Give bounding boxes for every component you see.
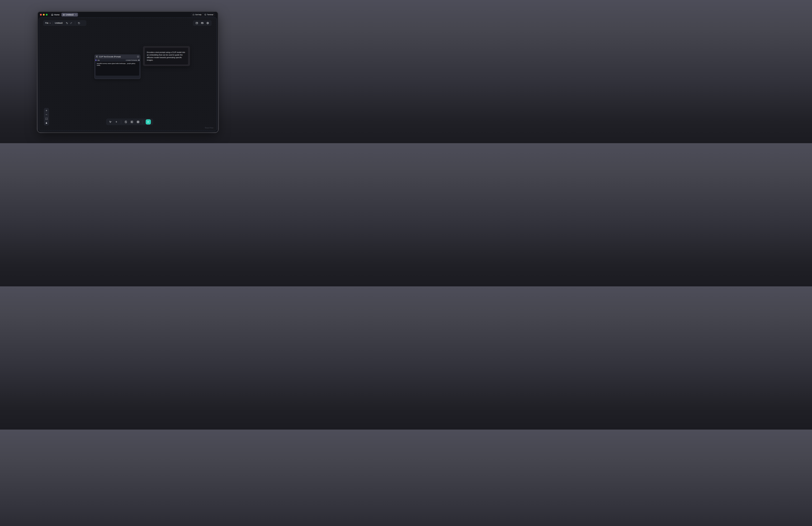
- node-slot-row: clip CONDITIONING: [95, 59, 140, 61]
- zoom-in-button[interactable]: [45, 109, 48, 112]
- terminal-label: Terminal: [207, 14, 213, 16]
- tab-bar: Home Untitled2 Get help Termina: [38, 12, 218, 17]
- credits-alert-icon: [201, 22, 204, 24]
- zoom-out-button[interactable]: [45, 113, 48, 116]
- redo-button[interactable]: [69, 21, 73, 25]
- tabbar-right-group: Get help Terminal: [191, 13, 215, 17]
- scan-text-icon: [96, 56, 98, 58]
- panel-toolbar: [193, 20, 212, 26]
- get-help-button[interactable]: Get help: [191, 13, 203, 16]
- node-header[interactable]: CLIP Text Encode (Prompt): [95, 54, 141, 59]
- workflows-panel-icon: [195, 22, 198, 24]
- output-port-icon[interactable]: [139, 60, 140, 61]
- node-library-button[interactable]: [130, 120, 134, 124]
- refresh-button[interactable]: [77, 21, 81, 25]
- undo-icon: [66, 22, 68, 24]
- get-help-label: Get help: [195, 14, 201, 16]
- node-body: clip CONDITIONING beautiful scenery natu…: [95, 59, 140, 78]
- minimize-window-button[interactable]: [43, 14, 45, 16]
- input-slot-clip[interactable]: clip: [95, 59, 100, 61]
- close-tab-icon[interactable]: [75, 14, 77, 15]
- minus-icon: [45, 114, 47, 116]
- terminal-icon: [204, 14, 206, 16]
- node-description-text: Encodes a text prompt using a CLIP model…: [145, 48, 188, 64]
- chevron-down-icon: [49, 22, 51, 24]
- map-icon: [63, 14, 65, 16]
- file-menu-button[interactable]: File: [45, 22, 51, 24]
- lock-toggle-button[interactable]: [45, 121, 48, 125]
- file-menu-label: File: [45, 22, 48, 24]
- info-icon[interactable]: [137, 56, 139, 58]
- add-node-button[interactable]: [115, 120, 118, 124]
- credits-alert-button[interactable]: [200, 21, 204, 25]
- input-slot-label: clip: [97, 59, 100, 61]
- close-window-button[interactable]: [40, 14, 42, 16]
- redo-icon: [70, 22, 72, 24]
- node-clip-text-encode[interactable]: CLIP Text Encode (Prompt) clip CONDITION…: [95, 54, 141, 79]
- play-icon: [147, 121, 149, 123]
- app-window: Home Untitled2 Get help Termina: [38, 12, 218, 132]
- bottom-toolbar: [106, 118, 153, 125]
- workflows-panel-button[interactable]: [195, 21, 199, 25]
- unlock-icon: [45, 122, 47, 124]
- desktop-background: { "tab_bar": { "home": "Home", "workflow…: [0, 0, 255, 143]
- tab-home[interactable]: Home: [50, 13, 61, 17]
- select-tool-button[interactable]: [108, 120, 112, 124]
- reactflow-watermark[interactable]: React Flow: [205, 127, 213, 129]
- tab-untitled2[interactable]: Untitled2: [61, 13, 78, 17]
- node-description-card: Encodes a text prompt using a CLIP model…: [143, 46, 190, 66]
- plus-icon: [45, 109, 47, 112]
- run-workflow-button[interactable]: [146, 119, 151, 125]
- node-library-icon: [131, 121, 133, 123]
- terminal-button[interactable]: Terminal: [203, 13, 215, 16]
- workflow-title: Untitled2: [55, 22, 63, 24]
- traffic-lights: [40, 14, 47, 16]
- settings-gear-button[interactable]: [206, 21, 210, 25]
- film-icon: [137, 121, 139, 123]
- undo-button[interactable]: [65, 21, 69, 25]
- tab-home-label: Home: [54, 14, 59, 16]
- plus-icon: [115, 121, 118, 123]
- prompt-textarea[interactable]: beautiful scenery nature glass bottle la…: [96, 62, 139, 76]
- maximize-window-button[interactable]: [46, 14, 47, 16]
- output-slot-conditioning[interactable]: CONDITIONING: [126, 59, 140, 61]
- refresh-icon: [78, 22, 80, 24]
- tab-untitled2-label: Untitled2: [66, 14, 74, 16]
- terminal-panel-icon: [125, 121, 127, 123]
- house-icon: [51, 14, 53, 16]
- terminal-panel-button[interactable]: [124, 120, 128, 124]
- fit-view-icon: [45, 118, 47, 120]
- mouse-pointer-icon: [109, 121, 112, 123]
- templates-button[interactable]: [136, 120, 140, 124]
- input-port-icon[interactable]: [95, 60, 97, 61]
- zoom-controls: [44, 108, 49, 126]
- output-slot-label: CONDITIONING: [126, 59, 137, 61]
- headphones-icon: [193, 14, 194, 16]
- canvas-toolbar: File Untitled2: [43, 20, 86, 26]
- node-title: CLIP Text Encode (Prompt): [99, 56, 136, 58]
- settings-gear-icon: [206, 22, 209, 24]
- workflow-canvas[interactable]: File Untitled2: [39, 17, 217, 131]
- fit-view-button[interactable]: [45, 117, 48, 120]
